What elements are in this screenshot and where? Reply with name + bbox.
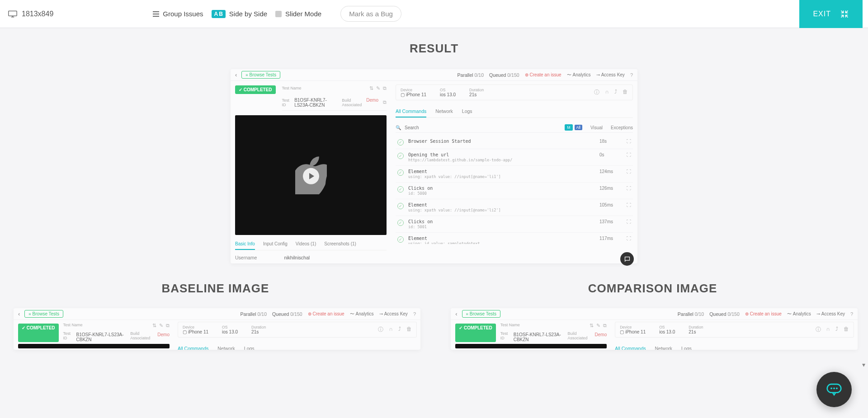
side-by-side-button[interactable]: A B Side by Side [212,10,268,18]
video-thumb[interactable] [455,344,607,348]
create-issue-link[interactable]: ⊕ Create an issue [308,311,344,316]
os-label: OS [440,88,456,92]
floating-chat-button[interactable] [816,372,852,407]
username-value: nikhilnischal [284,255,310,260]
analytics-link[interactable]: 〜 Analytics [567,72,591,78]
command-row[interactable]: Clicks onid: 5000 126ms ⛶ [396,183,633,199]
tab-logs[interactable]: Logs [462,106,472,117]
expand-icon[interactable]: ⛶ [627,236,631,241]
play-icon[interactable] [303,168,319,184]
video-player[interactable] [235,115,387,235]
browse-tests-button[interactable]: ≡Browse Tests [462,310,501,318]
command-row[interactable]: Elementusing: id value: sampletodotext 1… [396,233,633,244]
exit-button[interactable]: EXIT [799,0,863,28]
share-icon[interactable]: ⤴ [614,89,617,96]
test-id-value: B1OSF-KNRL7-LS23A-CBKZN [294,98,338,108]
video-thumb[interactable] [18,344,170,348]
help-icon[interactable]: ? [850,311,853,317]
side-by-side-label: Side by Side [229,10,267,18]
back-chevron-icon[interactable]: ‹ [235,71,237,78]
build-link[interactable]: Demo [366,98,378,103]
chat-icon [826,383,842,396]
card-chat-button[interactable] [620,252,634,266]
ab-badge: A B [212,10,226,18]
duration-value: 21s [469,92,484,97]
command-tabs: All Commands Network Logs [396,106,633,118]
analytics-link[interactable]: 〜 Analytics [350,311,374,317]
comparison-title: COMPARISON IMAGE [451,282,854,296]
tab-basic-info[interactable]: Basic Info [235,239,255,250]
copy-icon[interactable]: ⧉ [383,85,387,91]
expand-icon[interactable]: ⛶ [627,186,631,191]
create-issue-link[interactable]: ⊕ Create an issue [745,311,782,316]
expand-icon[interactable]: ⛶ [627,152,631,157]
command-row[interactable]: Elementusing: xpath value: //input[@name… [396,166,633,183]
device-label: Device [401,88,426,92]
tab-screenshots[interactable]: Screenshots (1) [324,239,356,250]
content-area: RESULT ‹ ≡ Browse Tests Parallel 0/10 Qu… [0,28,868,418]
toolbar-center: Group Issues A B Side by Side Slider Mod… [153,6,401,22]
command-search-row: 🔍 M All Visual Exceptions [396,122,633,133]
analytics-link[interactable]: 〜 Analytics [787,311,811,317]
slider-mode-button[interactable]: Slider Mode [275,10,321,18]
filter-chips: M All Visual Exceptions [565,124,633,131]
tab-all-commands[interactable]: All Commands [396,106,426,117]
chip-all[interactable]: All [575,125,582,130]
help-icon[interactable]: ? [630,72,633,78]
tab-input-config[interactable]: Input Config [263,239,288,250]
access-key-link[interactable]: ⊸ Access Key [596,72,625,77]
check-icon [397,203,404,209]
svg-rect-5 [153,16,159,17]
comparison-column: COMPARISON IMAGE ‹ ≡Browse Tests Paralle… [451,282,854,350]
expand-icon[interactable]: ⛶ [627,202,631,207]
command-row[interactable]: Browser Session Started 18s ⛶ [396,136,633,149]
square-icon [275,11,282,17]
build-label: Build Associated [342,98,363,107]
group-issues-button[interactable]: Group Issues [153,10,203,18]
back-chevron-icon[interactable]: ‹ [18,310,20,317]
browse-tests-button[interactable]: ≡Browse Tests [24,310,63,318]
collapse-icon [840,9,849,19]
tab-network[interactable]: Network [435,106,453,117]
slider-mode-label: Slider Mode [285,10,321,18]
scroll-down-icon[interactable]: ▾ [862,361,865,368]
browse-tests-button[interactable]: ≡ Browse Tests [241,71,280,79]
test-name-label: Test Name [282,86,365,90]
access-key-link[interactable]: ⊸ Access Key [816,311,845,316]
delete-icon[interactable]: 🗑 [623,89,628,96]
mark-as-bug-button[interactable]: Mark as a Bug [340,6,401,22]
command-search-input[interactable] [405,125,561,130]
help-icon[interactable]: ? [413,311,416,317]
tab-videos[interactable]: Videos (1) [296,239,316,250]
create-issue-link[interactable]: ⊕ Create an issue [525,72,561,77]
left-column: ✓ COMPLETED Test Name ⇅ ✎ ⧉ [231,81,391,269]
command-row[interactable]: Opening the urlhttps://lambdatest.github… [396,149,633,166]
command-row[interactable]: Elementusing: xpath value: //input[@name… [396,199,633,216]
duration-label: Duration [469,88,484,92]
comparison-card: ‹ ≡Browse Tests Parallel 0/10 Queued 0/1… [451,308,858,350]
edit-icon[interactable]: ✎ [376,85,380,91]
filter-exceptions[interactable]: Exceptions [611,125,633,130]
filter-icon[interactable]: ⇅ [369,85,373,91]
topbar: 1813x849 Group Issues A B Side by Side S… [0,0,868,28]
expand-icon[interactable]: ⛶ [627,219,631,224]
bookmark-icon[interactable]: ∩ [605,89,609,96]
username-label: Username [235,255,257,260]
bottom-grid: BASELINE IMAGE ‹ ≡Browse Tests Parallel … [0,282,868,350]
expand-icon[interactable]: ⛶ [627,139,631,144]
check-icon [397,169,404,176]
command-row[interactable]: Clicks onid: 5001 137ms ⛶ [396,216,633,233]
check-icon [397,153,404,159]
access-key-link[interactable]: ⊸ Access Key [379,311,408,316]
chip-m[interactable]: M [565,124,572,131]
left-subtabs: Basic Info Input Config Videos (1) Scree… [235,239,387,250]
copy-icon-2[interactable]: ⧉ [383,99,387,105]
right-column: Device ▢ iPhone 11 OS ios 13.0 Duration … [391,81,637,269]
filter-visual[interactable]: Visual [590,125,603,130]
check-icon [397,220,404,226]
exit-label: EXIT [813,10,831,18]
expand-icon[interactable]: ⛶ [627,169,631,174]
svg-point-9 [836,388,838,390]
back-chevron-icon[interactable]: ‹ [455,310,457,317]
info-icon[interactable]: ⓘ [594,89,599,96]
